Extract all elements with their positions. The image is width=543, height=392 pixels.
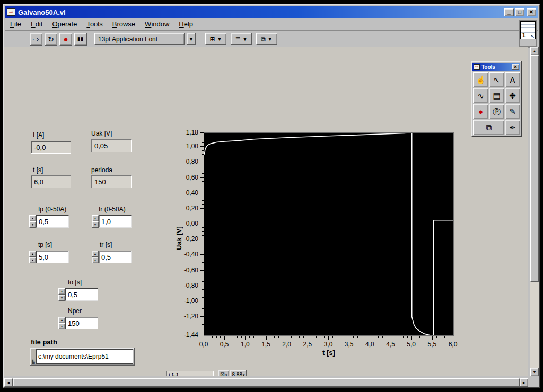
reorder-button[interactable]: ⧉ ▼ [256,33,277,45]
chevron-down-icon: ▼ [243,37,248,42]
paintbrush-tool-button[interactable]: ✒ [505,120,520,135]
spin-down-icon[interactable]: ▼ [29,257,36,263]
control-tp[interactable]: ▲▼ 5,0 [29,251,69,263]
tools-palette[interactable]: ⇨ Tools ✕ ☝↖A∿▤✥●Ⓟ✎⧉✒ [471,61,522,137]
reorder-icon: ⧉ [261,35,266,43]
scroll-down-button[interactable]: ▼ [530,368,539,376]
vertical-scrollbar[interactable]: ▲ ▼ [530,47,539,376]
x-scale-format-button[interactable]: 8.88 ▾ [230,370,247,376]
horizontal-scrollbar[interactable]: ◄ ► [4,378,528,387]
color-copy-tool-button[interactable]: ✎ [505,104,520,119]
spin-down-icon[interactable]: ▼ [58,295,65,301]
spin-up-icon[interactable]: ▲ [58,288,65,295]
scrollbar-corner [530,378,539,387]
y-tick-label: 0,40 [170,189,198,197]
labview-icon: ⇨ [474,64,480,70]
tools-grid: ☝↖A∿▤✥●Ⓟ✎⧉✒ [472,71,520,136]
x-tick-label: 3,0 [324,341,333,348]
x-tick-label: 1,5 [261,341,270,348]
control-label-tr: tr [s] [100,241,112,248]
close-button[interactable]: ✕ [527,8,536,16]
minimize-button[interactable]: _ [504,8,514,16]
tools-palette-title-bar[interactable]: ⇨ Tools ✕ [472,63,520,71]
tp-field[interactable]: 5,0 [36,251,69,263]
abort-icon: ● [63,35,68,43]
menu-operate[interactable]: Operate [47,18,82,31]
run-button[interactable]: ⇨ [30,33,42,46]
edit-text-tool-button[interactable]: A [505,72,520,87]
tr-field[interactable]: 0,5 [99,251,132,263]
ip-field[interactable]: 0,5 [36,215,69,228]
tools-palette-close-button[interactable]: ✕ [512,64,519,70]
y-tick-label: -1,00 [170,297,198,305]
maximize-button[interactable]: □ [515,8,524,16]
pause-button[interactable]: ▮▮ [74,33,87,46]
x-tick-label: 4,0 [365,341,374,348]
control-nper[interactable]: ▲▼ 150 [58,317,98,329]
control-ip[interactable]: ▲▼ 0,5 [29,215,69,228]
nper-field[interactable]: 150 [65,317,98,329]
position-select-tool-button[interactable]: ↖ [489,72,504,87]
vi-icon-pane[interactable]: 1 ↖ [519,20,537,47]
font-selector-dropdown-icon[interactable]: ▼ [187,33,196,45]
set-color-tool-button[interactable]: ⧉ [473,120,504,135]
menu-window[interactable]: Window [140,18,174,31]
distribute-objects-button[interactable]: ≣ ▼ [231,33,252,45]
vertical-scrollbar-thumb[interactable] [530,55,539,282]
color-copy-tool-icon: ✎ [509,108,516,115]
spin-down-icon[interactable]: ▼ [29,221,36,228]
wiring-tool-button[interactable]: ∿ [473,88,488,103]
x-autoscale-button[interactable]: ☒ ▾ [218,370,229,376]
vi-icon: 1 ↖ [520,21,536,39]
labview-icon: ⇨ [7,8,15,16]
menu-help[interactable]: Help [174,18,198,31]
scroll-up-button[interactable]: ▲ [530,47,539,55]
control-tr[interactable]: ▲▼ 0,5 [92,251,132,263]
spin-up-icon[interactable]: ▲ [29,251,36,257]
paintbrush-tool-icon: ✒ [509,123,516,131]
spin-down-icon[interactable]: ▼ [92,221,99,228]
y-tick-label: -0,60 [170,266,198,274]
horizontal-scrollbar-thumb[interactable] [13,378,520,387]
run-continuous-button[interactable]: ↻ [45,33,57,46]
tp-value: 5,0 [39,253,48,261]
indicator-label-time: t [s] [33,166,43,174]
spin-down-icon[interactable]: ▼ [92,257,99,263]
operate-value-tool-button[interactable]: ☝ [473,72,488,87]
chart-plot[interactable] [204,132,454,336]
spin-up-icon[interactable]: ▲ [58,317,65,323]
font-selector[interactable]: 13pt Application Font [94,33,185,45]
chart-y-axis: 1,181,000,800,600,400,200,00-0,20-0,40-0… [170,132,198,340]
x-tick-label: 3,5 [345,341,354,348]
spin-down-icon[interactable]: ▼ [58,323,65,329]
y-tick-label: -0,80 [170,282,198,289]
path-type-icon: ▙ [31,349,36,364]
menu-edit[interactable]: Edit [26,18,47,31]
set-color-tool-icon: ⧉ [486,123,492,131]
spin-up-icon[interactable]: ▲ [92,251,99,257]
title-bar[interactable]: ⇨ Galvano50A.vi _ □ ✕ [5,6,538,18]
scroll-tool-icon: ✥ [509,92,516,100]
abort-button[interactable]: ● [59,33,72,46]
control-to[interactable]: ▲▼ 0,5 [58,288,98,301]
x-scale-legend[interactable]: t [s] [166,371,214,376]
menu-tools[interactable]: Tools [82,18,107,31]
control-ir[interactable]: ▲▼ 1,0 [92,215,132,228]
file-path-control[interactable]: ▙ c:\my documents\Eprp51 [30,348,135,366]
spin-up-icon[interactable]: ▲ [92,215,99,221]
menu-file[interactable]: File [5,18,26,31]
breakpoint-tool-button[interactable]: ● [473,104,488,119]
scroll-tool-button[interactable]: ✥ [505,88,520,103]
object-menu-tool-button[interactable]: ▤ [489,88,504,103]
probe-tool-button[interactable]: Ⓟ [489,104,504,119]
scroll-left-button[interactable]: ◄ [4,378,13,387]
ir-field[interactable]: 1,0 [99,215,132,228]
distribute-objects-icon: ≣ [235,35,241,43]
spin-up-icon[interactable]: ▲ [29,215,36,221]
align-objects-button[interactable]: ⊞ ▼ [205,33,226,45]
y-tick-label: -0,40 [170,251,198,258]
to-field[interactable]: 0,5 [65,288,98,301]
menu-browse[interactable]: Browse [108,18,140,31]
scroll-right-button[interactable]: ► [520,378,528,387]
file-path-field[interactable]: c:\my documents\Eprp51 [36,349,133,364]
